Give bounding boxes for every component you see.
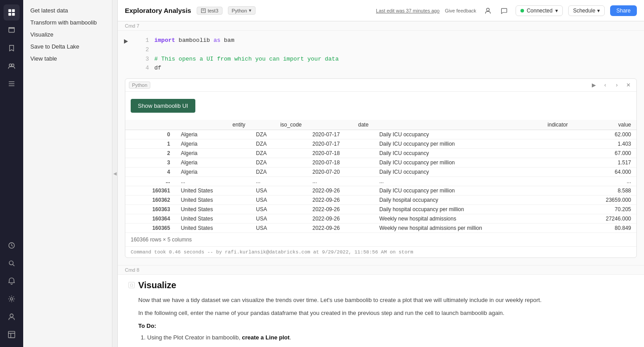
svg-point-12: [9, 261, 13, 265]
chevron-down-icon: ▾: [249, 8, 252, 13]
viz-title: Visualize: [138, 280, 633, 290]
close-output-button[interactable]: ✕: [624, 81, 633, 90]
svg-marker-22: [124, 39, 128, 44]
col-header-index: [125, 120, 175, 130]
svg-rect-2: [8, 13, 11, 16]
chat-icon-btn[interactable]: [498, 4, 510, 17]
data-table: entity iso_code date indicator value 0Al…: [125, 120, 636, 233]
share-button[interactable]: Share: [610, 5, 637, 16]
output-controls: ▶ ‹ › ✕: [589, 81, 633, 90]
viz-list-item: Using the Plot Creator in bamboolib, cre…: [147, 333, 633, 343]
visualize-section: □ Visualize Now that we have a tidy data…: [118, 275, 644, 347]
viz-list: Using the Plot Creator in bamboolib, cre…: [138, 333, 633, 343]
svg-rect-4: [9, 29, 15, 33]
collapse-cell-button[interactable]: □: [128, 282, 135, 288]
profile-icon-btn[interactable]: [482, 4, 494, 17]
svg-point-6: [9, 64, 12, 66]
connected-button[interactable]: Connected ▾: [516, 5, 563, 16]
main-area: Exploratory Analysis test3 Python ▾ Last…: [118, 0, 644, 347]
code-block: 1import bamboolib as bam 2 3# This opens…: [134, 36, 640, 73]
table-row: 0AlgeriaDZA2020-07-17Daily ICU occupancy…: [125, 130, 636, 139]
sidebar: Get latest data Transform with bamboolib…: [23, 0, 112, 347]
table-row: 3AlgeriaDZA2020-07-18Daily ICU occupancy…: [125, 158, 636, 167]
svg-line-13: [13, 265, 15, 266]
schedule-button[interactable]: Schedule ▾: [568, 5, 605, 16]
table-row: 160363United StatesUSA2022-09-26Daily ho…: [125, 205, 636, 214]
give-feedback-link[interactable]: Give feedback: [445, 8, 476, 13]
table-row: 160362United StatesUSA2022-09-26Daily ho…: [125, 196, 636, 205]
notebook-id-badge: test3: [197, 7, 223, 15]
run-output-button[interactable]: ▶: [589, 81, 598, 90]
bell-icon[interactable]: [4, 273, 20, 289]
topbar-icons: [482, 4, 510, 17]
settings-icon[interactable]: [4, 291, 20, 307]
col-header-indicator: indicator: [374, 120, 573, 130]
prev-output-button[interactable]: ‹: [601, 81, 610, 90]
table-row: 160364United StatesUSA2022-09-26Weekly n…: [125, 214, 636, 224]
cell-8-cmd: Cmd 8: [118, 265, 644, 275]
cell-7-cmd: Cmd 7: [118, 21, 644, 31]
svg-rect-5: [9, 28, 15, 29]
list-icon[interactable]: [4, 76, 20, 92]
table-footer: 160366 rows × 5 columns: [125, 233, 636, 246]
table-row: 2AlgeriaDZA2020-07-18Daily ICU occupancy…: [125, 149, 636, 158]
svg-rect-0: [8, 9, 11, 12]
table-row: ..................: [125, 177, 636, 186]
svg-rect-3: [12, 13, 15, 16]
show-bamboolib-button[interactable]: Show bamboolib UI: [131, 99, 195, 113]
svg-rect-16: [8, 331, 15, 338]
svg-point-15: [10, 314, 13, 317]
group-icon[interactable]: [4, 58, 20, 74]
chevron-down-icon: ▾: [555, 8, 558, 14]
col-header-entity: entity: [175, 120, 251, 130]
topbar: Exploratory Analysis test3 Python ▾ Last…: [118, 0, 644, 21]
col-header-iso-code: iso_code: [251, 120, 307, 130]
sidebar-item-visualize[interactable]: Visualize: [23, 29, 112, 41]
sidebar-item-transform[interactable]: Transform with bamboolib: [23, 16, 112, 29]
chevron-left-icon: ◀: [113, 171, 117, 176]
table-icon[interactable]: [4, 327, 20, 343]
svg-rect-1: [12, 9, 15, 12]
language-badge[interactable]: Python ▾: [228, 6, 256, 15]
bookmark-icon[interactable]: [4, 40, 20, 56]
sidebar-item-view-table[interactable]: View table: [23, 53, 112, 65]
viz-todo-label: To Do:: [138, 322, 633, 331]
table-row: 160361United StatesUSA2022-09-26Daily IC…: [125, 186, 636, 196]
page-title: Exploratory Analysis: [125, 7, 191, 14]
cmd-info: Command took 0.46 seconds -- by rafi.kur…: [125, 246, 636, 257]
svg-point-14: [10, 298, 12, 300]
cell-7-output: Python ▶ ‹ › ✕ Show bamboolib UI: [125, 78, 637, 258]
next-output-button[interactable]: ›: [612, 81, 621, 90]
last-edit-link[interactable]: Last edit was 37 minutes ago: [376, 8, 439, 13]
run-cell-button[interactable]: [121, 37, 130, 46]
clock-icon[interactable]: [4, 237, 20, 253]
viz-text-2: In the following cell, enter the name of…: [138, 309, 633, 318]
col-header-date: date: [307, 120, 374, 130]
svg-point-21: [487, 8, 489, 11]
icon-bar: [0, 0, 23, 347]
layers-icon[interactable]: [4, 22, 20, 38]
cell-7-body: 1import bamboolib as bam 2 3# This opens…: [118, 31, 644, 265]
viz-text-1: Now that we have a tidy dataset we can v…: [138, 296, 633, 305]
lang-badge: Python: [129, 82, 150, 89]
col-header-value: value: [573, 120, 636, 130]
side-collapse-handle[interactable]: ◀: [112, 0, 118, 347]
connected-dot: [520, 9, 524, 12]
chevron-down-icon: ▾: [597, 8, 600, 14]
sidebar-item-save-delta[interactable]: Save to Delta Lake: [23, 41, 112, 53]
table-row: 1AlgeriaDZA2020-07-17Daily ICU occupancy…: [125, 139, 636, 149]
svg-point-7: [12, 64, 14, 66]
grid-icon[interactable]: [4, 4, 20, 20]
content-area[interactable]: Cmd 7 1import bamboolib as bam 2 3# This…: [118, 21, 644, 347]
table-row: 4AlgeriaDZA2020-07-20Daily ICU occupancy…: [125, 167, 636, 177]
output-topbar: Python ▶ ‹ › ✕: [125, 79, 636, 92]
sidebar-item-get-latest-data[interactable]: Get latest data: [23, 4, 112, 16]
table-row: 160365United StatesUSA2022-09-26Weekly n…: [125, 224, 636, 233]
search-icon[interactable]: [4, 255, 20, 271]
user-icon[interactable]: [4, 309, 20, 325]
